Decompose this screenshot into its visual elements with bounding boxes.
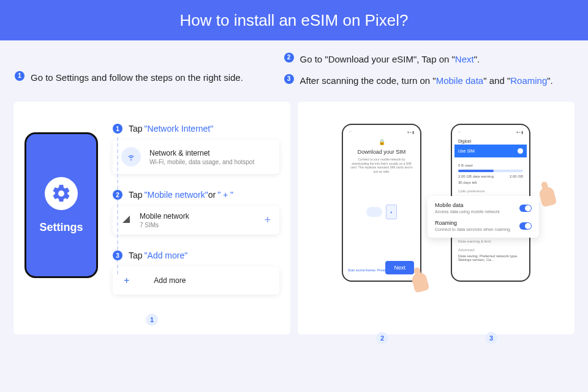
card-mn-title: Mobile network [140,212,189,221]
carrier-label: Digicel [458,139,523,143]
hero-title: How to install an eSIM on Pixel? [180,11,409,30]
wifi-icon [121,147,141,167]
roaming-sub: Connect to data services when roaming [435,227,510,232]
use-sim-row[interactable]: Use SIM [454,145,527,157]
data-used: 0 B used [458,164,473,167]
step-badge-1: 1 [15,71,24,81]
substep-3-hl: "Add more" [145,251,188,260]
signal-icon [121,214,131,227]
status-bar: ◦◦▾ ▪ ▮ [456,130,526,134]
instr3-hl1: Mobile data [436,75,484,86]
instruction-right: 2 Go to "Download your eSIM", Tap on "Ne… [284,53,573,96]
substep-1-hl: "Network Internet" [145,124,214,134]
panel-settings-steps: Settings 1 Tap "Network Internet" Networ… [13,102,290,334]
data-gauge [458,170,523,172]
card-mn-sub: 7 SIMs [140,222,189,228]
use-sim-label: Use SIM [458,149,475,153]
step-2: 2 Tap "Mobile network" or " + " Mobile n… [113,190,279,235]
instr2-pre: Go to "Download your eSIM", Tap on " [300,54,455,64]
panel-badge-2: 2 [376,332,388,344]
hero-banner: How to install an eSIM on Pixel? [0,0,588,40]
cloud-icon [366,207,382,217]
instr2-post: ". [474,54,480,64]
panels-row: Settings 1 Tap "Network Internet" Networ… [0,102,588,348]
card-network-internet[interactable]: Network & internet Wi-Fi, mobile, data u… [113,140,279,174]
step-3: 3 Tap "Add more" + Add more [113,251,279,295]
mobile-data-toggle[interactable] [519,205,532,212]
phone-download-col: ◦◦▾ ▪ ▮ 🔒 Download your SIM Connect to y… [342,124,421,323]
roaming-toggle[interactable] [519,222,532,230]
instr3-hl2: Roaming [510,75,547,86]
plus-icon[interactable]: + [264,214,271,227]
card-add-title: Add more [154,276,186,285]
use-sim-toggle[interactable] [518,148,523,154]
phone-settings-label: Settings [39,221,83,234]
panel-badge-1: 1 [146,314,158,326]
data-limit: 2.00 GB [510,175,523,178]
instruction-3-text: After scanning the code, turn on "Mobile… [300,74,553,87]
mobile-data-sub: Access data using mobile network [435,209,500,214]
mobile-data-overlay: Mobile data Access data using mobile net… [428,196,539,238]
mobile-data-row[interactable]: Mobile data Access data using mobile net… [435,202,532,214]
substep-3-lead: Tap [129,251,143,260]
step-1: 1 Tap "Network Internet" Network & inter… [113,124,279,174]
panel-download-roaming: ◦◦▾ ▪ ▮ 🔒 Download your SIM Connect to y… [298,102,575,334]
card-ni-title: Network & internet [149,149,254,157]
hand-pointer-icon [538,186,557,207]
plus-icon: + [124,275,129,286]
lock-icon: 🔒 [347,139,417,145]
roaming-row[interactable]: Roaming Connect to data services when ro… [435,220,532,232]
instr3-mid: " and " [483,75,510,86]
advanced-sub: Data saving, Preferred network type, Set… [458,254,523,262]
card-mobile-network[interactable]: Mobile network 7 SIMs + [113,206,279,235]
download-title: Download your SIM [347,149,417,155]
card-ni-sub: Wi-Fi, mobile, data usage, and hotspot [149,159,254,165]
data-warning: 2.00 GB data warning [458,175,494,178]
substep-badge-3: 3 [113,251,123,260]
substep-1-lead: Tap [129,124,143,134]
next-button[interactable]: Next [385,261,414,274]
mobile-data-title: Mobile data [435,202,500,208]
sim-card-icon: ▪ [386,205,397,219]
step-badge-3: 3 [284,74,294,84]
calls-pref[interactable]: Calls preference [458,189,523,193]
days-left: 30 days left [458,181,477,184]
substep-badge-1: 1 [113,124,123,134]
instruction-left: 1 Go to Settings and follow the steps on… [15,53,272,96]
phone-settings: Settings [24,132,98,278]
instruction-1-text: Go to Settings and follow the steps on t… [31,71,243,84]
download-graphic: ▪ [360,198,403,226]
advanced[interactable]: Advanced [458,248,523,252]
hand-pointer-icon [411,271,430,293]
roaming-title: Roaming [435,220,510,226]
card-add-more[interactable]: + Add more [113,266,279,295]
instr3-pre: After scanning the code, turn on " [300,75,436,86]
substep-2-hl2: " + " [217,190,233,200]
step-badge-2: 2 [284,53,294,62]
phone-roaming-col: ◦◦▾ ▪ ▮ Digicel Use SIM 0 B used 2.00 GB… [451,124,530,323]
data-warning-limit[interactable]: Data warning & limit [458,239,523,243]
substep-badge-2: 2 [113,190,123,200]
gear-icon [45,177,78,210]
instr3-post: ". [547,75,553,86]
panel-badge-3: 3 [485,332,497,344]
substep-2-mid: or [208,190,216,200]
phone-roaming: ◦◦▾ ▪ ▮ Digicel Use SIM 0 B used 2.00 GB… [451,124,530,282]
substep-2-lead: Tap [129,190,143,200]
status-bar: ◦◦▾ ▪ ▮ [347,130,417,134]
substep-2-hl: "Mobile network" [145,190,208,200]
instr2-highlight: Next [455,54,474,64]
download-desc: Connect to your mobile network by downlo… [347,157,417,173]
steps-column: 1 Tap "Network Internet" Network & inter… [113,124,279,323]
phone-download: ◦◦▾ ▪ ▮ 🔒 Download your SIM Connect to y… [342,124,421,282]
instruction-2-text: Go to "Download your eSIM", Tap on "Next… [300,53,480,66]
instructions-row: 1 Go to Settings and follow the steps on… [0,40,588,102]
